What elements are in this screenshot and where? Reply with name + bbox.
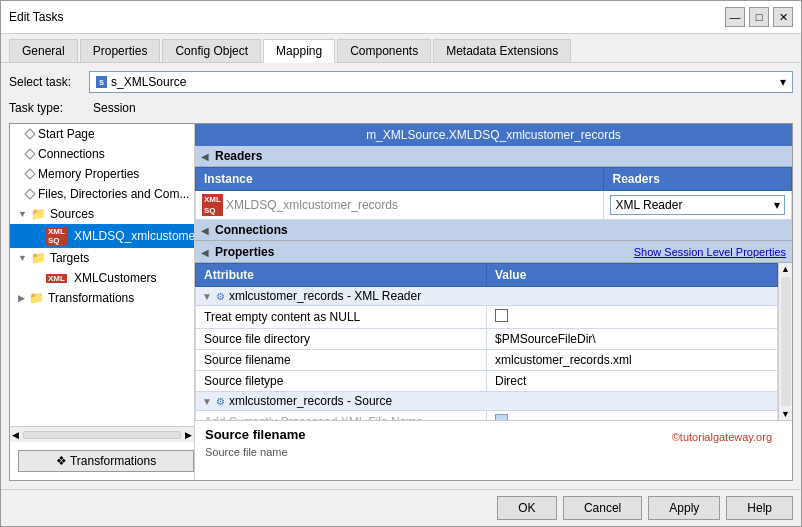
properties-section: ◀ Properties Show Session Level Properti… [195,242,792,420]
readers-section: ◀ Readers Instance Readers [195,146,792,220]
tree-container: Start Page Connections Memory Properties… [10,124,194,426]
attr-treat-empty: Treat empty content as NULL [196,306,487,329]
tree-label-transformations: Transformations [48,291,134,305]
tab-components[interactable]: Components [337,39,431,62]
tree-label-start-page: Start Page [38,127,95,141]
tree-label-xmldsq: XMLDSQ_xmlcustome... [74,229,194,243]
tab-properties[interactable]: Properties [80,39,161,62]
tab-general[interactable]: General [9,39,78,62]
tree-item-connections[interactable]: Connections [10,144,194,164]
table-row: Add Currently Processed XML File Name... [196,411,778,420]
bottom-info-title: Source filename [205,427,305,442]
right-panel: m_XMLSource.XMLDSQ_xmlcustomer_records ◀… [195,124,792,480]
tree-item-transformations[interactable]: ▶ 📁 Transformations [10,288,194,308]
val-source-dir[interactable]: $PMSourceFileDir\ [487,329,778,350]
props-left: ◀ Properties [201,245,274,259]
h-scroll-thumb[interactable] [23,431,181,439]
tabs-bar: General Properties Config Object Mapping… [1,34,801,63]
folder-icon-trans: 📁 [29,291,44,305]
readers-col-readers: Readers [604,168,792,191]
diamond-icon [24,128,35,139]
h-scroll-left-icon[interactable]: ◀ [10,430,21,440]
tree-item-targets[interactable]: ▼ 📁 Targets [10,248,194,268]
tree-item-xmldsq[interactable]: XMLSQ XMLDSQ_xmlcustome... [10,224,194,248]
attr-source-dir: Source file directory [196,329,487,350]
dropdown-arrow-icon: ▾ [780,75,786,89]
h-scrollbar[interactable]: ◀ ▶ [10,426,194,442]
tree-item-sources[interactable]: ▼ 📁 Sources [10,204,194,224]
cancel-button[interactable]: Cancel [563,496,642,520]
val-treat-empty [487,306,778,329]
properties-title: Properties [215,245,274,259]
group-header-source: ▼ ⚙ xmlcustomer_records - Source [196,392,778,411]
reader-type-select[interactable]: XML Reader ▾ [610,195,785,215]
xml-sq-badge: XMLSQ [202,194,223,216]
help-button[interactable]: Help [726,496,793,520]
maximize-button[interactable]: □ [749,7,769,27]
tab-metadata-extensions[interactable]: Metadata Extensions [433,39,571,62]
bottom-info-description: Source file name [205,446,305,458]
val-add-xml [487,411,778,420]
bottom-info-text-area: Source filename Source file name [205,427,305,458]
minimize-button[interactable]: — [725,7,745,27]
tree-label-connections: Connections [38,147,105,161]
tree-item-files-directories[interactable]: Files, Directories and Com... [10,184,194,204]
tree-item-memory-properties[interactable]: Memory Properties [10,164,194,184]
title-bar: Edit Tasks — □ ✕ [1,1,801,34]
select-task-row: Select task: s s_XMLSource ▾ [9,71,793,93]
v-scroll-up-icon[interactable]: ▲ [779,263,792,275]
properties-section-header[interactable]: ◀ Properties Show Session Level Properti… [195,242,792,263]
task-type-label: Task type: [9,101,89,115]
tree-item-xmlcustomers[interactable]: XML XMLCustomers [10,268,194,288]
edit-tasks-window: Edit Tasks — □ ✕ General Properties Conf… [0,0,802,527]
table-row: Treat empty content as NULL [196,306,778,329]
bottom-info-content: Source filename Source file name ©tutori… [205,427,782,458]
props-content: Attribute Value ▼ [195,263,792,420]
folder-expand-icon: ▼ [18,209,27,219]
v-scroll-thumb[interactable] [781,277,791,406]
diamond-icon [24,148,35,159]
content-area: Select task: s s_XMLSource ▾ Task type: … [1,63,801,489]
left-panel: Start Page Connections Memory Properties… [10,124,195,480]
treat-empty-checkbox[interactable] [495,309,508,322]
props-col-value: Value [487,264,778,287]
v-scroll-down-icon[interactable]: ▼ [779,408,792,420]
task-icon: s [96,76,107,88]
attr-source-filename: Source filename [196,350,487,371]
close-button[interactable]: ✕ [773,7,793,27]
val-source-filetype[interactable]: Direct [487,371,778,392]
group2-collapse-icon: ▼ [202,396,212,407]
apply-button[interactable]: Apply [648,496,720,520]
h-scroll-right-icon[interactable]: ▶ [183,430,194,440]
group-gear-icon: ⚙ [216,291,225,302]
reader-instance-cell: XMLSQ XMLDSQ_xmlcustomer_records [196,191,604,220]
transformations-button[interactable]: ❖ Transformations [18,450,194,472]
group-header-xml-reader: ▼ ⚙ xmlcustomer_records - XML Reader [196,287,778,306]
tab-mapping[interactable]: Mapping [263,39,335,63]
tree-item-start-page[interactable]: Start Page [10,124,194,144]
connections-title: Connections [215,223,288,237]
v-scrollbar[interactable]: ▲ ▼ [778,263,792,420]
props-col-attribute: Attribute [196,264,487,287]
xml-icon: XMLSQ [46,227,67,245]
window-controls: — □ ✕ [725,7,793,27]
folder-expand-icon-trans: ▶ [18,293,25,303]
reader-instance-value: XMLDSQ_xmlcustomer_records [226,198,398,212]
reader-type-value: XML Reader [615,198,682,212]
select-task-dropdown[interactable]: s s_XMLSource ▾ [89,71,793,93]
group1-name: xmlcustomer_records - XML Reader [229,289,421,303]
table-row: Source filename xmlcustomer_records.xml [196,350,778,371]
ok-button[interactable]: OK [497,496,557,520]
diamond-icon [24,168,35,179]
connections-collapse-icon: ◀ [201,225,209,236]
tree-label-memory-properties: Memory Properties [38,167,139,181]
readers-section-header[interactable]: ◀ Readers [195,146,792,167]
val-source-filename[interactable]: xmlcustomer_records.xml [487,350,778,371]
connections-section-header[interactable]: ◀ Connections [195,220,792,241]
task-type-value: Session [89,99,793,117]
bottom-info: Source filename Source file name ©tutori… [195,420,792,480]
tab-config-object[interactable]: Config Object [162,39,261,62]
props-collapse-icon: ◀ [201,247,209,258]
table-row: Source filetype Direct [196,371,778,392]
show-session-link[interactable]: Show Session Level Properties [634,246,786,258]
